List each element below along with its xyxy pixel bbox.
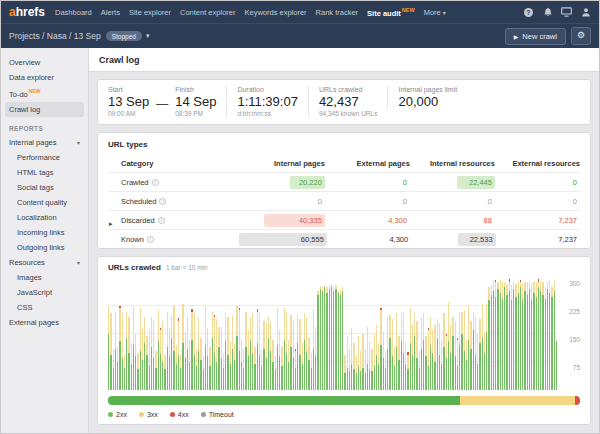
nav-content-explorer[interactable]: Content explorer bbox=[180, 8, 235, 17]
chart-bar bbox=[437, 278, 438, 390]
project-dropdown-caret-icon[interactable]: ▾ bbox=[146, 32, 150, 40]
chart-bar bbox=[245, 278, 246, 390]
red-dot-icon bbox=[170, 412, 175, 417]
chart-bar bbox=[252, 278, 253, 390]
sidebar-item-content-quality[interactable]: Content quality bbox=[5, 195, 84, 210]
chart-bar bbox=[482, 278, 483, 390]
sidebar-item-localization[interactable]: Localization bbox=[5, 210, 84, 225]
table-row-discarded[interactable]: ▸Discardedi 40,335 4,300 88 7,237 bbox=[108, 210, 580, 229]
chart-bar bbox=[302, 278, 303, 390]
sidebar-item-crawl-log[interactable]: Crawl log bbox=[5, 102, 84, 117]
chart-bar bbox=[511, 278, 512, 390]
chart-bar bbox=[113, 278, 114, 390]
chart-bar bbox=[218, 278, 219, 390]
chart-bar bbox=[410, 278, 411, 390]
legend-4xx[interactable]: 4xx bbox=[170, 411, 189, 418]
chart-bar bbox=[110, 278, 111, 390]
chart-bar bbox=[502, 278, 503, 390]
info-icon[interactable]: i bbox=[152, 179, 159, 186]
chart-bar bbox=[279, 278, 280, 390]
legend-timeout[interactable]: Timeout bbox=[201, 411, 234, 418]
chart-bar bbox=[423, 278, 424, 390]
chart-bar bbox=[304, 278, 305, 390]
chart-bar bbox=[434, 278, 435, 390]
sidebar-item-resources[interactable]: Resources▾ bbox=[5, 255, 84, 270]
chart-bar bbox=[277, 278, 278, 390]
breadcrumb[interactable]: Projects / Nasa / 13 Sep bbox=[9, 31, 101, 41]
sidebar-item-social-tags[interactable]: Social tags bbox=[5, 180, 84, 195]
chart-bar bbox=[484, 278, 485, 390]
sidebar-item-todo[interactable]: To-doNEW bbox=[5, 85, 84, 102]
user-icon[interactable] bbox=[580, 7, 591, 18]
new-badge: NEW bbox=[29, 88, 41, 94]
sidebar-item-overview[interactable]: Overview bbox=[5, 55, 84, 70]
sidebar-item-incoming-links[interactable]: Incoming links bbox=[5, 225, 84, 240]
chart-bar bbox=[324, 278, 325, 390]
page-title: Crawl log bbox=[89, 48, 599, 72]
chart-bar bbox=[475, 278, 476, 390]
sidebar-item-javascript[interactable]: JavaScript bbox=[5, 285, 84, 300]
desktop-icon[interactable] bbox=[561, 7, 572, 18]
status-badge[interactable]: Stopped bbox=[106, 31, 142, 41]
chart-bar bbox=[549, 278, 550, 390]
chart-bar bbox=[176, 278, 177, 390]
nav-keywords-explorer[interactable]: Keywords explorer bbox=[244, 8, 306, 17]
nav-site-explorer[interactable]: Site explorer bbox=[129, 8, 171, 17]
nav-rank-tracker[interactable]: Rank tracker bbox=[316, 8, 359, 17]
new-crawl-button[interactable]: ▶New crawl bbox=[505, 28, 566, 45]
info-icon[interactable]: i bbox=[158, 217, 165, 224]
chart-bar bbox=[416, 278, 417, 390]
chart-bar bbox=[169, 278, 170, 390]
legend-3xx[interactable]: 3xx bbox=[139, 411, 158, 418]
chart-bar bbox=[446, 278, 447, 390]
top-navbar: ahrefs Dashboard Alerts Site explorer Co… bbox=[1, 1, 599, 23]
sidebar-item-internal-pages[interactable]: Internal pages▾ bbox=[5, 135, 84, 150]
chart-bar bbox=[261, 278, 262, 390]
sidebar-item-css[interactable]: CSS bbox=[5, 300, 84, 315]
yellow-dot-icon bbox=[139, 412, 144, 417]
chart-bar bbox=[187, 278, 188, 390]
chart-bar bbox=[536, 278, 537, 390]
chart-bar bbox=[329, 278, 330, 390]
nav-more[interactable]: More▾ bbox=[424, 8, 446, 17]
bell-icon[interactable] bbox=[542, 7, 553, 18]
chart-note: 1 bar = 10 min bbox=[166, 264, 208, 271]
chart-bar bbox=[122, 278, 123, 390]
chart-bar bbox=[556, 278, 557, 390]
ahrefs-logo[interactable]: ahrefs bbox=[9, 5, 45, 19]
chart-bar bbox=[160, 278, 161, 390]
legend-2xx[interactable]: 2xx bbox=[108, 411, 127, 418]
chart-bar bbox=[387, 278, 388, 390]
summary-segment-3xx bbox=[460, 396, 576, 405]
chart-bar bbox=[529, 278, 530, 390]
chart-bar bbox=[383, 278, 384, 390]
stat-start: Start 13 Sep 09:00 AM bbox=[108, 86, 149, 117]
sidebar-item-outgoing-links[interactable]: Outgoing links bbox=[5, 240, 84, 255]
chart-bar bbox=[443, 278, 444, 390]
sidebar-item-images[interactable]: Images bbox=[5, 270, 84, 285]
chart-plot-wrap: 75150225300 bbox=[108, 278, 580, 390]
info-icon[interactable]: i bbox=[147, 236, 154, 243]
date-range-dash: — bbox=[149, 86, 175, 111]
info-icon[interactable]: i bbox=[159, 198, 166, 205]
chart-bar bbox=[457, 278, 458, 390]
nav-dashboard[interactable]: Dashboard bbox=[55, 8, 92, 17]
sidebar-item-data-explorer[interactable]: Data explorer bbox=[5, 70, 84, 85]
crawl-summary-bar[interactable] bbox=[108, 396, 580, 405]
chart-bar bbox=[167, 278, 168, 390]
expand-caret-icon[interactable]: ▸ bbox=[109, 220, 113, 228]
sidebar-item-performance[interactable]: Performance bbox=[5, 150, 84, 165]
help-icon[interactable]: ? bbox=[523, 7, 534, 18]
chart-bar bbox=[500, 278, 501, 390]
chart-bar bbox=[155, 278, 156, 390]
nav-site-audit[interactable]: Site auditNEW bbox=[367, 7, 415, 18]
sidebar-item-external-pages[interactable]: External pages bbox=[5, 315, 84, 330]
sidebar-item-html-tags[interactable]: HTML tags bbox=[5, 165, 84, 180]
chart-bar bbox=[547, 278, 548, 390]
nav-alerts[interactable]: Alerts bbox=[101, 8, 120, 17]
chevron-down-icon: ▾ bbox=[77, 259, 80, 266]
chart-bar bbox=[380, 278, 381, 390]
chart-bar bbox=[173, 278, 174, 390]
chart-bar bbox=[401, 278, 402, 390]
settings-button[interactable]: ⚙ bbox=[571, 27, 591, 45]
